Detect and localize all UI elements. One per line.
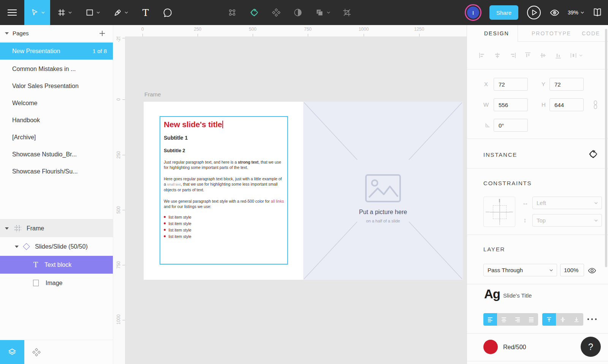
detach-instance-icon[interactable] <box>271 8 281 17</box>
image-placeholder-layer[interactable]: Put a picture here on a half of a slide <box>303 102 463 280</box>
text-align-justify-button[interactable] <box>524 313 538 326</box>
ruler-label: 500 <box>116 205 121 214</box>
more-options-icon[interactable] <box>587 317 597 321</box>
y-input[interactable] <box>549 78 584 91</box>
placeholder-title: Put a picture here <box>359 209 407 216</box>
ruler-label: 0 <box>116 95 121 104</box>
page-label: New Presentation <box>12 48 60 55</box>
page-label: Showcase Flourish/Su... <box>12 168 78 175</box>
align-vertical-center-icon[interactable] <box>539 52 547 59</box>
ruler-label: 1000 <box>359 27 369 32</box>
boolean-operations-button[interactable] <box>315 8 330 17</box>
swap-instance-icon[interactable] <box>249 7 260 18</box>
collapse-caret-icon[interactable] <box>5 32 9 35</box>
add-page-button[interactable] <box>98 30 106 37</box>
constrain-proportions-link-icon[interactable] <box>592 100 599 110</box>
pages-item[interactable]: Showcase Nstudio_Br... <box>0 146 113 163</box>
height-input[interactable] <box>549 98 584 111</box>
library-book-icon[interactable] <box>592 7 603 18</box>
help-button[interactable]: ? <box>581 337 601 357</box>
text-block-layer[interactable]: New slide's title Subtitle 1 Subtitle 2 … <box>160 116 288 265</box>
layers-tab-button[interactable] <box>0 340 24 364</box>
components-tab-button[interactable] <box>24 340 49 364</box>
fill-color-swatch[interactable] <box>483 340 498 354</box>
blend-mode-select[interactable]: Pass Through <box>483 264 557 276</box>
tab-prototype[interactable]: PROTOTYPE <box>532 25 571 42</box>
zoom-level: 39% <box>568 9 578 16</box>
layer-row-text-block[interactable]: T Text block <box>0 256 113 274</box>
slide-paragraph-2: Here goes regular paragraph text block, … <box>164 176 284 192</box>
zoom-control[interactable]: 39% <box>568 9 584 16</box>
chevron-down-icon <box>579 54 583 57</box>
vertical-text-align-group <box>542 313 583 326</box>
tab-code[interactable]: CODE <box>582 25 600 42</box>
pages-item[interactable]: Common Mistakes in ... <box>0 60 113 77</box>
main-menu-button[interactable] <box>0 0 24 25</box>
chevron-down-icon <box>68 11 72 14</box>
text-tool-icon: T <box>142 8 149 17</box>
width-input[interactable] <box>494 98 528 111</box>
expand-caret-icon[interactable] <box>15 246 19 248</box>
frame-tool-button[interactable] <box>50 0 78 25</box>
page-label: Handbook <box>12 117 40 124</box>
constraints-widget[interactable] <box>483 197 515 227</box>
text-align-left-button[interactable] <box>483 313 497 326</box>
panel-scrollbar[interactable] <box>605 29 607 267</box>
slide-frame[interactable]: New slide's title Subtitle 1 Subtitle 2 … <box>144 102 463 280</box>
canvas[interactable]: Frame New slide's title Subtitle 1 Subti… <box>125 36 467 364</box>
text-align-bottom-button[interactable] <box>570 313 583 326</box>
text-tool-button[interactable]: T <box>135 0 157 25</box>
edit-object-icon[interactable] <box>227 8 237 17</box>
expand-caret-icon[interactable] <box>5 227 9 230</box>
ruler-corner <box>113 25 125 36</box>
pages-item-new-presentation[interactable]: New Presentation 1 of 8 <box>0 43 113 60</box>
layer-visibility-eye-icon[interactable] <box>587 266 597 275</box>
align-left-icon[interactable] <box>478 52 486 59</box>
rotation-input[interactable] <box>494 119 528 132</box>
ruler-label: 1000 <box>116 315 121 325</box>
align-bottom-icon[interactable] <box>554 52 562 59</box>
sidebar-bottom-bar <box>0 340 113 364</box>
distribute-button[interactable] <box>570 52 583 59</box>
list-item: list item style <box>164 227 284 233</box>
vertical-constraint-arrow-icon: ↕ <box>523 217 527 224</box>
x-input[interactable] <box>494 78 528 91</box>
pen-tool-button[interactable] <box>106 0 135 25</box>
avatar[interactable]: I <box>465 4 481 21</box>
text-align-middle-button[interactable] <box>556 313 570 326</box>
pages-item[interactable]: Welcome <box>0 95 113 112</box>
layer-row-frame[interactable]: Frame <box>0 219 113 237</box>
horizontal-constraint-select[interactable]: Left <box>532 197 602 209</box>
layer-row-component[interactable]: Slides/Slide (50/50) <box>0 238 113 255</box>
placeholder-subtitle: on a half of a slide <box>366 219 400 223</box>
list-item: list item style <box>164 214 284 220</box>
present-button[interactable] <box>526 5 542 20</box>
text-align-right-button[interactable] <box>511 313 524 326</box>
align-right-icon[interactable] <box>509 52 516 59</box>
pages-item[interactable]: Valor Sales Presentation <box>0 77 113 95</box>
shape-tool-button[interactable] <box>78 0 106 25</box>
pages-item[interactable]: Showcase Flourish/Su... <box>0 163 113 180</box>
page-count-badge: 1 of 8 <box>92 48 107 54</box>
type-sample: Ag <box>484 287 500 301</box>
instance-swap-icon[interactable] <box>587 148 599 160</box>
preview-eye-icon[interactable] <box>549 8 560 18</box>
move-tool-button[interactable] <box>24 0 50 25</box>
mask-icon[interactable] <box>293 8 303 17</box>
crop-icon[interactable] <box>342 8 352 17</box>
comment-tool-button[interactable] <box>157 0 179 25</box>
align-top-icon[interactable] <box>524 52 532 59</box>
text-align-center-button[interactable] <box>497 313 511 326</box>
horizontal-text-align-group <box>483 313 538 326</box>
vertical-constraint-select[interactable]: Top <box>532 214 602 227</box>
text-align-top-button[interactable] <box>542 313 556 326</box>
frame-title-label[interactable]: Frame <box>144 91 161 98</box>
opacity-input[interactable] <box>560 264 584 276</box>
layer-row-image[interactable]: Image <box>0 274 113 292</box>
share-button[interactable]: Share <box>489 5 518 20</box>
pages-item[interactable]: Handbook <box>0 112 113 129</box>
align-horizontal-center-icon[interactable] <box>494 52 501 59</box>
pages-item[interactable]: [Archive] <box>0 129 113 146</box>
chevron-down-icon <box>594 202 598 204</box>
tab-design[interactable]: DESIGN <box>484 25 509 42</box>
